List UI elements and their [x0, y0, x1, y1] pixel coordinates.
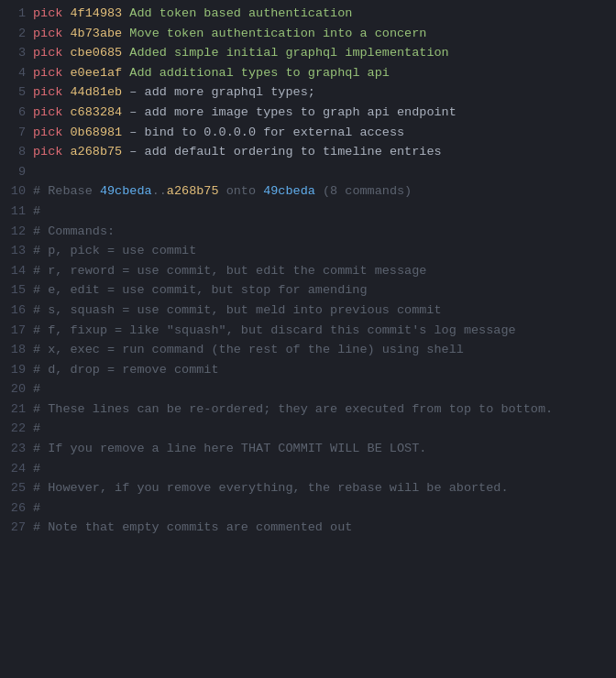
code-line: pick 4b73abe Move token authentication i…	[33, 24, 609, 44]
line-number: 24	[7, 459, 26, 479]
code-token: – bind to 0.0.0.0 for external access	[129, 126, 404, 139]
code-token: c683284	[71, 105, 123, 119]
code-line: # However, if you remove everything, the…	[33, 478, 609, 498]
code-line: # e, edit = use commit, but stop for ame…	[33, 280, 609, 301]
code-token: pick	[33, 46, 62, 60]
line-number: 11	[7, 202, 26, 222]
code-token: # These lines can be re-ordered; they ar…	[33, 402, 553, 416]
code-token: # p, pick = use commit	[33, 244, 196, 257]
code-token: pick	[33, 145, 62, 159]
code-token	[62, 66, 70, 80]
code-token: # However, if you remove everything, the…	[33, 481, 508, 495]
code-line: # If you remove a line here THAT COMMIT …	[33, 439, 609, 459]
code-token: onto	[219, 184, 264, 198]
code-line: # Note that empty commits are commented …	[33, 518, 609, 538]
code-token: 44d81eb	[71, 85, 123, 99]
code-token	[62, 85, 70, 99]
code-line: # Commands:	[33, 222, 609, 242]
code-token: # Note that empty commits are commented …	[33, 520, 352, 534]
code-token: 0b68981	[71, 126, 123, 139]
code-token: 49cbeda	[263, 184, 315, 198]
code-token: – add more graphql types;	[129, 85, 315, 99]
code-line	[33, 162, 609, 182]
code-token: ..	[152, 184, 167, 198]
code-token: Add additional types to graphql api	[129, 66, 390, 80]
code-token: Move token authentication into a concern	[129, 27, 426, 40]
code-token: #	[33, 421, 40, 435]
code-token: pick	[33, 66, 62, 80]
code-token: # Commands:	[33, 224, 115, 238]
code-token: # f, fixup = like "squash", but discard …	[33, 323, 516, 337]
code-line: # Rebase 49cbeda..a268b75 onto 49cbeda (…	[33, 181, 609, 202]
code-token: cbe0685	[71, 46, 123, 60]
code-token: a268b75	[71, 145, 123, 159]
code-token: 49cbeda	[100, 184, 152, 198]
code-token: # d, drop = remove commit	[33, 363, 219, 377]
code-token: #	[33, 382, 40, 396]
line-number: 18	[7, 340, 26, 360]
line-numbers: 1234567891011121314151617181920212223242…	[0, 4, 33, 538]
line-number: 3	[7, 43, 26, 63]
code-token	[62, 6, 70, 20]
line-number: 12	[7, 222, 26, 242]
code-token	[62, 27, 70, 40]
code-token: # s, squash = use commit, but meld into …	[33, 303, 442, 317]
code-line: #	[33, 379, 609, 399]
line-number: 20	[7, 379, 26, 399]
code-token: # x, exec = run command (the rest of the…	[33, 343, 464, 356]
line-number: 16	[7, 301, 26, 321]
code-token: e0ee1af	[71, 66, 123, 80]
line-number: 15	[7, 280, 26, 301]
line-number: 8	[7, 142, 26, 162]
code-token: 4b73abe	[71, 27, 123, 40]
line-number: 21	[7, 399, 26, 420]
code-line: # r, reword = use commit, but edit the c…	[33, 261, 609, 281]
line-number: 17	[7, 321, 26, 341]
line-number: 25	[7, 478, 26, 498]
code-line: pick a268b75 – add default ordering to t…	[33, 142, 609, 162]
code-token: # If you remove a line here THAT COMMIT …	[33, 442, 426, 455]
line-number: 27	[7, 518, 26, 538]
code-line: # s, squash = use commit, but meld into …	[33, 301, 609, 321]
code-line: # f, fixup = like "squash", but discard …	[33, 321, 609, 341]
line-number: 9	[7, 162, 26, 182]
code-token: #	[33, 501, 40, 515]
code-line: pick cbe0685 Added simple initial graphq…	[33, 43, 609, 63]
code-token: pick	[33, 6, 62, 20]
line-number: 26	[7, 498, 26, 519]
code-token: 4f14983	[71, 6, 123, 20]
code-token: a268b75	[167, 184, 219, 198]
line-number: 14	[7, 261, 26, 281]
line-number: 5	[7, 82, 26, 103]
code-token: – add more image types to graph api endp…	[129, 105, 456, 119]
code-line: # d, drop = remove commit	[33, 360, 609, 380]
code-editor: 1234567891011121314151617181920212223242…	[0, 0, 616, 541]
code-token: (8 commands)	[315, 184, 412, 198]
line-number: 2	[7, 24, 26, 44]
code-line: # x, exec = run command (the rest of the…	[33, 340, 609, 360]
line-number: 1	[7, 4, 26, 24]
line-number: 13	[7, 241, 26, 261]
code-line: pick 0b68981 – bind to 0.0.0.0 for exter…	[33, 123, 609, 143]
code-token: # Rebase	[33, 184, 100, 198]
code-token: # r, reword = use commit, but edit the c…	[33, 264, 426, 278]
code-line: #	[33, 459, 609, 479]
code-line: #	[33, 498, 609, 519]
code-token: # e, edit = use commit, but stop for ame…	[33, 283, 368, 297]
line-number: 6	[7, 103, 26, 123]
line-number: 23	[7, 439, 26, 459]
code-line: # These lines can be re-ordered; they ar…	[33, 399, 609, 420]
code-token: pick	[33, 27, 62, 40]
code-token: pick	[33, 105, 62, 119]
code-token: – add default ordering to timeline entri…	[129, 145, 441, 159]
line-number: 22	[7, 419, 26, 439]
code-token: pick	[33, 85, 62, 99]
line-number: 4	[7, 63, 26, 83]
line-number: 19	[7, 360, 26, 380]
code-token	[62, 46, 70, 60]
code-token: pick	[33, 126, 62, 139]
code-token	[62, 145, 70, 159]
code-token	[62, 126, 70, 139]
code-token: Add token based authentication	[129, 6, 352, 20]
code-line: #	[33, 202, 609, 222]
